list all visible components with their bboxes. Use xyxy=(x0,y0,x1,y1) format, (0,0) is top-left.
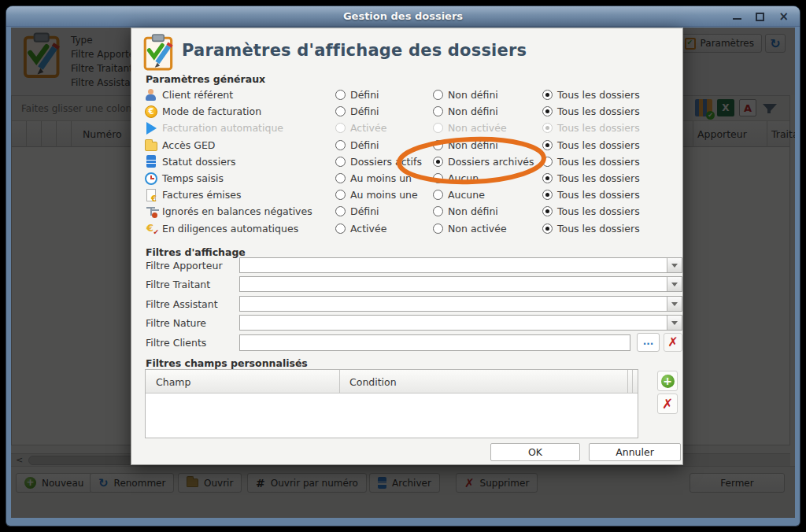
folder-icon xyxy=(145,142,157,151)
dialog-title: Paramètres d'affichage des dossiers xyxy=(182,41,527,60)
custom-filters-header: Champ Condition xyxy=(146,370,638,393)
plus-circle-icon: + xyxy=(661,375,675,388)
close-icon[interactable]: × xyxy=(778,11,789,23)
radio-option[interactable]: Dossiers actifs xyxy=(335,156,433,168)
param-row-mode-facturation: € Mode de facturation Défini Non défini … xyxy=(131,103,684,120)
filtre-assistant-label: Filtre Assistant xyxy=(146,298,218,310)
radio-option[interactable]: Aucun xyxy=(433,172,542,184)
maximize-icon[interactable] xyxy=(756,13,764,21)
filtre-nature-combo[interactable] xyxy=(239,315,682,331)
filtre-traitant-label: Filtre Traitant xyxy=(146,279,210,290)
titlebar[interactable]: Gestion des dossiers × xyxy=(6,6,800,27)
param-row-facturation-auto: Facturation automatique Activée Non acti… xyxy=(131,120,684,136)
clear-clients-button[interactable]: ✗ xyxy=(664,333,682,352)
radio-option[interactable]: Défini xyxy=(335,205,433,217)
param-row-statut-dossiers: Statut dossiers Dossiers actifs Dossiers… xyxy=(131,153,684,170)
euro-check-icon xyxy=(145,222,157,235)
red-x-icon: ✗ xyxy=(662,396,673,412)
chevron-down-icon[interactable] xyxy=(667,277,682,291)
custom-filters-table: Champ Condition xyxy=(145,369,638,438)
filtre-clients-input[interactable] xyxy=(239,334,630,351)
radio-option[interactable]: Non défini xyxy=(433,105,542,117)
radio-option[interactable]: Tous les dossiers xyxy=(542,189,684,201)
filtre-traitant-combo[interactable] xyxy=(239,276,682,292)
section-parametres-generaux: Paramètres généraux xyxy=(146,73,265,85)
add-filter-button[interactable]: + xyxy=(657,371,678,391)
section-filtres-affichage: Filtres d'affichage xyxy=(146,246,246,258)
radio-option[interactable]: Tous les dossiers xyxy=(542,223,684,235)
invoice-icon xyxy=(146,189,156,201)
radio-option[interactable]: Défini xyxy=(335,139,433,151)
general-parameters: Client référent Défini Non défini Tous l… xyxy=(131,87,684,237)
param-row-temps-saisis: Temps saisis Au moins un Aucun Tous les … xyxy=(131,170,684,187)
radio-option: Non activée xyxy=(433,122,542,134)
radio-option[interactable]: Au moins une xyxy=(335,189,433,201)
chevron-down-icon[interactable] xyxy=(667,297,682,311)
radio-option[interactable]: Tous les dossiers xyxy=(542,105,684,117)
drawer-icon xyxy=(146,155,156,168)
balance-icon xyxy=(145,205,157,218)
euro-coin-icon: € xyxy=(145,105,157,118)
browse-clients-button[interactable]: ... xyxy=(637,333,660,352)
person-icon xyxy=(145,89,157,102)
filtre-assistant-combo[interactable] xyxy=(239,296,682,312)
radio-option[interactable]: Tous les dossiers xyxy=(542,89,684,101)
radio-option[interactable]: Au moins un xyxy=(335,172,433,184)
radio-option[interactable]: Tous les dossiers xyxy=(542,156,684,168)
play-icon xyxy=(146,122,157,135)
radio-option[interactable]: Non défini xyxy=(433,205,542,217)
radio-option[interactable]: Non activée xyxy=(433,223,542,235)
remove-filter-button[interactable]: ✗ xyxy=(657,393,678,414)
minimize-icon[interactable] xyxy=(733,18,741,20)
radio-option[interactable]: Non défini xyxy=(433,139,542,151)
radio-option[interactable]: Défini xyxy=(335,89,433,101)
param-row-client-referent: Client référent Défini Non défini Tous l… xyxy=(131,87,684,103)
column-condition[interactable]: Condition xyxy=(339,370,630,393)
radio-option[interactable]: Tous les dossiers xyxy=(542,172,684,184)
filtre-apporteur-label: Filtre Apporteur xyxy=(146,260,223,272)
filtre-clients-label: Filtre Clients xyxy=(146,337,206,349)
radio-option[interactable]: Activée xyxy=(335,223,433,235)
filtre-apporteur-combo[interactable] xyxy=(239,257,682,273)
radio-option[interactable]: Tous les dossiers xyxy=(542,139,684,151)
section-filtres-champs: Filtres champs personnalisés xyxy=(146,357,308,369)
ok-button[interactable]: OK xyxy=(490,443,580,461)
annuler-button[interactable]: Annuler xyxy=(589,443,681,461)
display-settings-dialog: Paramètres d'affichage des dossiers Para… xyxy=(131,28,683,465)
filtre-nature-label: Filtre Nature xyxy=(146,317,206,329)
param-row-balances-negatives: Ignorés en balances négatives Défini Non… xyxy=(131,203,684,220)
clipboard-check-icon xyxy=(142,34,176,72)
radio-option[interactable]: Tous les dossiers xyxy=(542,205,684,217)
radio-option[interactable]: Aucune xyxy=(433,189,542,201)
radio-option: Activée xyxy=(335,122,433,134)
chevron-down-icon[interactable] xyxy=(667,316,682,330)
radio-option[interactable]: Défini xyxy=(335,105,433,117)
param-row-diligences-auto: En diligences automatiques Activée Non a… xyxy=(131,220,684,237)
param-row-factures-emises: Factures émises Au moins une Aucune Tous… xyxy=(131,187,684,203)
radio-option: Tous les dossiers xyxy=(542,122,684,134)
window-title: Gestion des dossiers xyxy=(343,10,463,22)
param-row-acces-ged: Accès GED Défini Non défini Tous les dos… xyxy=(131,137,684,153)
column-champ[interactable]: Champ xyxy=(146,370,339,393)
radio-option[interactable]: Non défini xyxy=(433,89,542,101)
chevron-down-icon[interactable] xyxy=(667,258,682,272)
clock-icon xyxy=(145,172,157,185)
radio-option-dossiers-archives[interactable]: Dossiers archivés xyxy=(433,156,542,168)
